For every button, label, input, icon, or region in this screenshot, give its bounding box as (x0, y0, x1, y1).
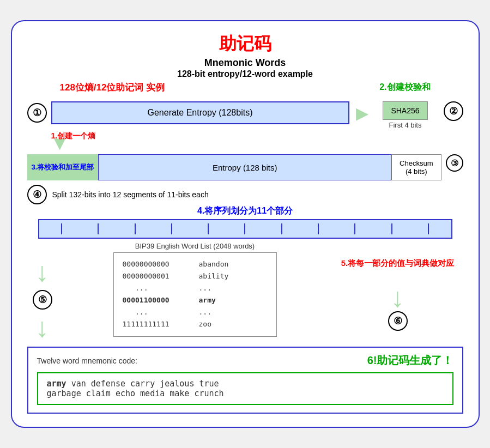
section6-container: Twelve word mnemonic code: 6!助记码生成了！ arm… (27, 347, 463, 414)
step6-cn: 6!助记码生成了！ (367, 353, 453, 368)
sha256-box: SHA256 (383, 101, 427, 120)
title-cn: 助记码 (27, 32, 463, 56)
generate-entropy-box: Generate Entropy (128bits) (51, 101, 349, 124)
main-container: 助记码 Mnemonic Words 128-bit entropy/12-wo… (11, 20, 480, 428)
mnemonic-words-box: army van defense carry jealous true garb… (37, 372, 453, 405)
circle-5: ⑤ (33, 290, 52, 310)
step4-cn: 4.将序列划分为11个部分 (27, 205, 463, 217)
list-item: ... ... (123, 306, 268, 318)
circle-4: ④ (27, 185, 47, 204)
step3-label: 3.将校验和加至尾部 (27, 154, 99, 180)
title-en: Mnemonic Words (27, 57, 463, 69)
twelve-word-label: Twelve word mnemonic code: (37, 356, 137, 365)
circle-2: ② (444, 101, 463, 121)
first4-label: First 4 bits (389, 121, 422, 129)
subtitle-en: 128-bit entropy/12-word example (27, 69, 463, 79)
bold-word: army (47, 379, 66, 389)
subtitle-cn-left: 128位熵/12位助记词 实例 (60, 81, 165, 94)
step5-cn: 5.将每一部分的值与词典做对应 (341, 258, 455, 269)
step4-en: Split 132-bits into 12 segments of 11-bi… (52, 190, 209, 199)
list-item: 00000000001 ability (123, 270, 268, 282)
entropy128-box: Entropy (128 bits) (98, 154, 391, 180)
bits-bar (38, 219, 452, 239)
big-down-arrow-2: ↓ (35, 258, 49, 286)
checksum-box: Checksum(4 bits) (391, 154, 441, 180)
list-item-highlighted: 00001100000 army (123, 294, 268, 306)
step1-label: 1.创建一个熵 (51, 131, 96, 141)
circle-3: ③ (446, 154, 463, 172)
list-item: ... ... (123, 282, 268, 294)
circle-6: ⑥ (388, 311, 408, 331)
wordlist-title: BIP39 English Word List (2048 words) (135, 242, 255, 250)
big-down-arrow-3: ↓ (35, 314, 49, 341)
wordlist-box: 00000000000 abandon 00000000001 ability … (113, 252, 277, 337)
circle-1: ① (27, 103, 47, 123)
list-item: 00000000000 abandon (123, 258, 268, 270)
big-down-arrow-4: ↓ (391, 284, 404, 311)
list-item: 11111111111 zoo (123, 318, 268, 330)
arrow-right-1: ▶ (356, 104, 368, 123)
subtitle-cn-right: 2.创建校验和 (379, 82, 430, 93)
